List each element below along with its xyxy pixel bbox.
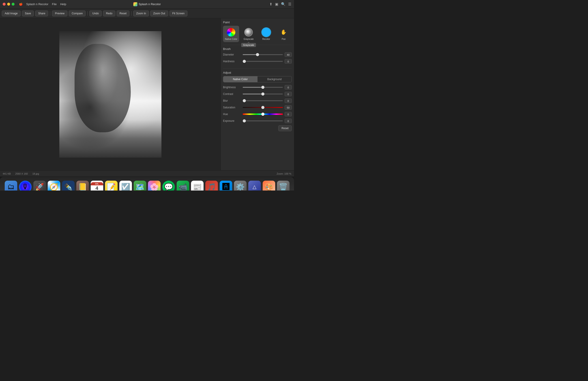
saturation-thumb[interactable] (261, 106, 264, 109)
paint-tools: Native Color Grayscale Grayscale Recolor (223, 26, 292, 42)
recolor-icon (262, 28, 271, 37)
zoom-in-button[interactable]: Zoom In (133, 11, 149, 16)
contrast-thumb[interactable] (261, 92, 264, 96)
app-menu[interactable]: Splash n Recolor (26, 2, 48, 6)
dock-splash[interactable]: 🎨 (263, 181, 275, 191)
saturation-row: Saturation 50 (223, 105, 292, 110)
dock-reminders[interactable]: ☑️ (119, 181, 132, 191)
exposure-value: 0 (285, 119, 292, 123)
dock-music[interactable]: 🎵 (205, 181, 218, 191)
canvas-image[interactable] (59, 31, 161, 158)
redo-button[interactable]: Redo (103, 11, 115, 16)
brush-section: Brush Diameter 40 Hardness 0 (223, 45, 292, 66)
save-button[interactable]: Save (22, 11, 34, 16)
compare-button[interactable]: Compare (69, 11, 85, 16)
saturation-slider[interactable] (243, 107, 283, 108)
recolor-tool[interactable]: Recolor (258, 26, 274, 42)
file-menu[interactable]: File (52, 2, 57, 6)
dock-finder[interactable]: 🗂 (5, 181, 17, 191)
blur-thumb[interactable] (243, 99, 246, 102)
dock-prefs[interactable]: ⚙️ (234, 181, 247, 191)
dock-appstore[interactable]: 🅰 (220, 181, 232, 191)
exposure-slider[interactable] (243, 120, 283, 121)
contrast-label: Contrast (223, 92, 241, 96)
menu-icon[interactable]: ☰ (288, 2, 291, 6)
diameter-thumb[interactable] (256, 53, 259, 56)
preview-button[interactable]: Preview (52, 11, 67, 16)
hue-row: Hue 0 (223, 112, 292, 116)
maximize-button[interactable] (12, 3, 15, 6)
share-icon[interactable]: ⬆ (269, 2, 272, 6)
undo-button[interactable]: Undo (89, 11, 102, 16)
help-menu[interactable]: Help (60, 2, 66, 6)
diameter-label: Diameter (223, 53, 241, 56)
add-image-button[interactable]: Add Image (2, 11, 21, 16)
pan-icon: ✋ (279, 28, 288, 37)
minimize-button[interactable] (7, 3, 10, 6)
hue-label: Hue (223, 113, 241, 116)
hue-slider[interactable] (243, 114, 283, 115)
adjust-section-title: Adjust (223, 71, 292, 74)
close-button[interactable] (3, 3, 6, 6)
zoom-out-button[interactable]: Zoom Out (150, 11, 168, 16)
dock-news[interactable]: 📰 (191, 181, 204, 191)
grayscale-tooltip: Grayscale (241, 43, 256, 47)
display-icon[interactable]: ▣ (275, 2, 278, 6)
dimensions: 2560 X 160 (15, 172, 28, 175)
dock-pixelmator[interactable]: ✒️ (62, 181, 75, 191)
dock-notes[interactable]: 📝 (105, 181, 118, 191)
dock-trash[interactable]: 🗑️ (277, 181, 290, 191)
brightness-slider[interactable] (243, 87, 283, 88)
native-color-tool[interactable]: Native Color (223, 26, 239, 42)
dock-calendar[interactable]: JUL4 (91, 181, 103, 191)
dock-siri[interactable]: 🎙 (19, 181, 32, 191)
saturation-label: Saturation (223, 106, 241, 109)
contrast-slider[interactable] (243, 94, 283, 95)
hardness-row: Hardness 0 (223, 59, 292, 63)
recolor-label: Recolor (262, 38, 270, 40)
app-icon (133, 2, 137, 6)
diameter-fill (243, 54, 257, 55)
native-color-label: Native Color (225, 38, 237, 40)
fit-screen-button[interactable]: Fit Screen (169, 11, 188, 16)
saturation-value: 50 (285, 105, 292, 110)
brightness-row: Brightness 0 (223, 85, 292, 90)
grayscale-icon (244, 28, 253, 37)
dock-maps[interactable]: 🗺️ (134, 181, 146, 191)
native-color-toggle[interactable]: Native Color (223, 76, 257, 82)
canvas-area[interactable] (0, 18, 221, 170)
dock-photos[interactable]: 🌸 (148, 181, 161, 191)
filename: 18.jpg (32, 172, 39, 175)
zoom-level: Zoom: 100 % (277, 172, 291, 175)
hue-thumb[interactable] (261, 113, 264, 116)
pan-tool[interactable]: ✋ Pan (276, 26, 292, 42)
reset-button[interactable]: Reset (117, 11, 129, 16)
pan-label: Pan (282, 38, 286, 40)
exposure-thumb[interactable] (243, 119, 246, 122)
adjust-section: Adjust Native Color Background Brightnes… (223, 68, 292, 131)
search-icon[interactable]: 🔍 (281, 2, 286, 6)
hardness-value: 0 (285, 59, 292, 63)
blur-slider[interactable] (243, 100, 283, 101)
background-toggle[interactable]: Background (257, 76, 292, 82)
brightness-thumb[interactable] (261, 86, 264, 89)
apple-menu[interactable]: 🍎 (19, 2, 23, 6)
adjust-reset-button[interactable]: Reset (278, 125, 292, 131)
contrast-value: 0 (285, 92, 292, 96)
dock-facetime[interactable]: 📹 (177, 181, 189, 191)
dock-messages[interactable]: 💬 (162, 181, 175, 191)
dock-contacts[interactable]: 📒 (76, 181, 89, 191)
separator (87, 11, 87, 16)
diameter-slider[interactable] (243, 54, 283, 55)
hardness-slider[interactable] (243, 61, 283, 62)
dock-altair[interactable]: △ (248, 181, 261, 191)
hue-value: 0 (285, 112, 292, 116)
hardness-thumb[interactable] (243, 60, 246, 63)
diameter-value: 40 (285, 52, 292, 57)
grayscale-tool[interactable]: Grayscale Grayscale (240, 26, 257, 42)
dock-rocket[interactable]: 🚀 (33, 181, 46, 191)
separator (50, 11, 50, 16)
share-button[interactable]: Share (35, 11, 48, 16)
blur-label: Blur (223, 99, 241, 102)
dock-safari[interactable]: 🧭 (48, 181, 60, 191)
